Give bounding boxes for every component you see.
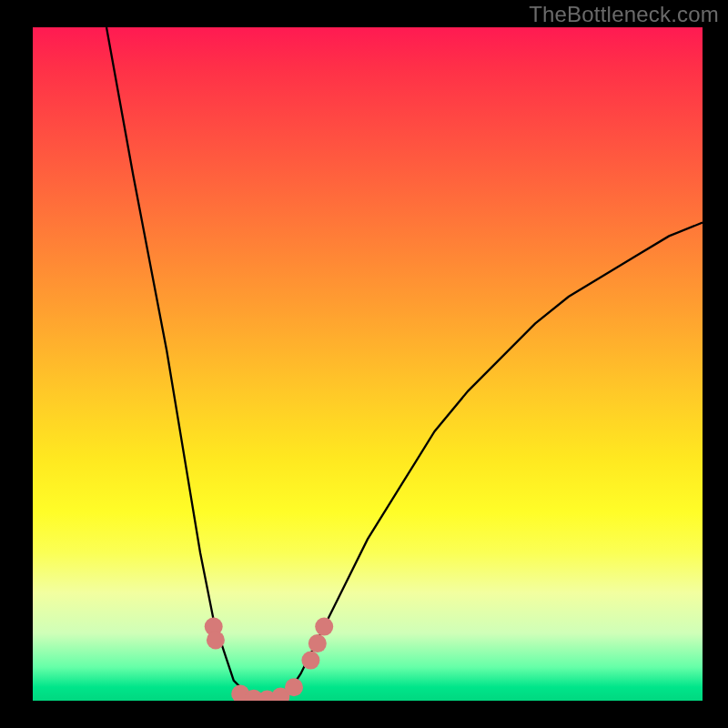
curve-marker [285,678,303,696]
watermark-text: TheBottleneck.com [529,2,719,27]
curve-marker [315,618,333,636]
chart-svg [33,27,703,701]
curve-marker [207,631,225,649]
marker-group [205,618,334,701]
curve-marker [308,634,327,652]
curve-path [106,27,703,701]
curve-marker [301,652,319,670]
plot-area [33,27,703,701]
chart-frame: TheBottleneck.com [0,0,728,728]
